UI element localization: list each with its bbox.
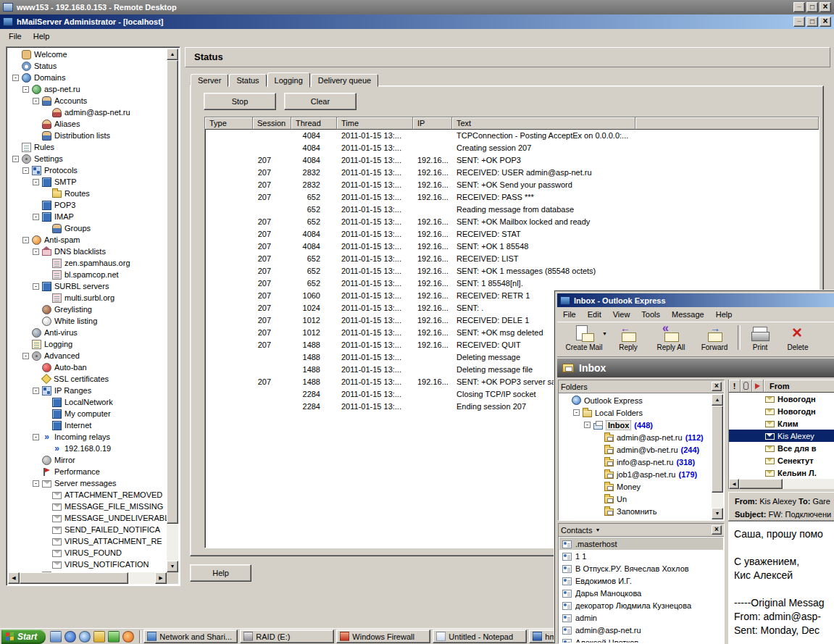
tree-item-virus-attachment-re[interactable]: VIRUS_ATTACHMENT_RE	[8, 535, 167, 547]
folder-item-inbox[interactable]: -Inbox(448)	[559, 419, 712, 431]
tree-item-pop3[interactable]: POP3	[8, 199, 167, 211]
windows-explorer-icon[interactable]	[93, 631, 105, 643]
tree-item-welcome[interactable]: Welcome	[8, 49, 167, 60]
log-row[interactable]: 40842011-01-15 13:...Creating session 20…	[205, 142, 819, 154]
oe-menu-message[interactable]: Message	[666, 309, 710, 320]
tree-item-multi-surbl-org[interactable]: multi.surbl.org	[8, 292, 167, 304]
taskbar-task-raid-e[interactable]: RAID (E:)	[240, 630, 334, 643]
scroll-down-icon[interactable]: ▼	[712, 508, 723, 519]
folder-item-local-folders[interactable]: -Local Folders	[559, 406, 712, 419]
tab-status[interactable]: Status	[229, 74, 266, 87]
tree-item-message-undeliverabl[interactable]: MESSAGE_UNDELIVERABL	[8, 512, 167, 524]
collapse-icon[interactable]: -	[12, 75, 19, 81]
collapse-icon[interactable]: -	[573, 409, 580, 416]
msn-icon[interactable]	[108, 631, 120, 643]
tree-item-auto-ban[interactable]: Auto-ban	[8, 361, 167, 373]
toolbar-reply-button[interactable]: Reply	[608, 324, 649, 351]
folder-item-money[interactable]: Money	[559, 480, 712, 493]
tree-item-performance[interactable]: Performance	[8, 466, 167, 477]
scroll-right-icon[interactable]: ▶	[155, 572, 167, 584]
message-row-item-4[interactable]: Все для в	[729, 442, 834, 454]
folder-item-outlook-express[interactable]: Outlook Express	[559, 394, 712, 406]
log-row[interactable]: 2076522011-01-15 13:...192.16...SENT: 1 …	[205, 277, 819, 290]
collapse-icon[interactable]: -	[33, 214, 39, 220]
collapse-icon[interactable]: -	[12, 156, 19, 162]
taskbar-task-windows-firewall[interactable]: Windows Firewall	[336, 630, 430, 643]
tree-item-zen-spamhaus-org[interactable]: zen.spamhaus.org	[8, 257, 167, 269]
message-row-item-2[interactable]: Клим	[729, 417, 834, 430]
tree-item-white-listing[interactable]: White listing	[8, 315, 167, 327]
tree-item-message-file-missing[interactable]: MESSAGE_FILE_MISSING	[8, 501, 167, 512]
message-row-item-6[interactable]: Кельин Л.	[729, 467, 834, 479]
tree-item-admin-asp-net-ru[interactable]: admin@asp-net.ru	[8, 106, 167, 118]
hm-menu-file[interactable]: File	[3, 30, 28, 42]
tree-item-status[interactable]: Status	[8, 60, 167, 72]
tree-item-domains[interactable]: -Domains	[8, 72, 167, 83]
tree-item-imap[interactable]: -IMAP	[8, 211, 167, 222]
tree-horizontal-scrollbar[interactable]: ◀ ▶	[8, 572, 167, 584]
collapse-icon[interactable]: -	[33, 434, 39, 440]
toolbar-delete-button[interactable]: Delete	[779, 324, 817, 351]
tree-item-server-messages[interactable]: -Server messages	[8, 477, 167, 489]
folders-close-icon[interactable]: ×	[712, 382, 722, 391]
firefox-icon[interactable]	[122, 631, 134, 643]
tree-item-greylisting[interactable]: Greylisting	[8, 304, 167, 315]
contact-item-item-4[interactable]: Дарья Маноцкова	[559, 587, 723, 599]
tree-item-virus-found[interactable]: VIRUS_FOUND	[8, 547, 167, 559]
taskbar-task-network-and-shari[interactable]: Network and Shari...	[143, 630, 238, 643]
collapse-icon[interactable]: -	[22, 353, 29, 359]
log-column-type[interactable]: Type	[205, 117, 253, 130]
oe-menu-help[interactable]: Help	[710, 309, 738, 320]
hm-close-button[interactable]	[820, 17, 831, 27]
tree-item-localnetwork[interactable]: LocalNetwork	[8, 396, 167, 408]
contacts-pane-header[interactable]: Contacts ▼ ×	[559, 524, 724, 537]
tree-item-settings[interactable]: -Settings	[8, 153, 167, 164]
tab-server[interactable]: Server	[191, 74, 228, 87]
tree-hscroll-thumb[interactable]	[20, 572, 128, 584]
log-row[interactable]: 2076522011-01-15 13:...192.16...RECEIVED…	[205, 253, 819, 265]
folder-item-job1-asp-net-ru[interactable]: job1@asp-net.ru(179)	[559, 468, 712, 480]
tree-item-192-168-0-19[interactable]: 192.168.0.19	[8, 443, 167, 454]
collapse-icon[interactable]: -	[33, 480, 39, 487]
tree-vscroll-thumb[interactable]	[167, 60, 178, 524]
message-row-kis-alexey[interactable]: Kis Alexey	[729, 430, 834, 442]
collapse-icon[interactable]: -	[22, 237, 29, 243]
oe-menu-edit[interactable]: Edit	[582, 309, 607, 320]
folder-item-un[interactable]: Un	[559, 493, 712, 505]
collapse-icon[interactable]: -	[33, 388, 39, 394]
contact-item-item-8[interactable]: Алексей Цветков	[559, 636, 723, 643]
log-row[interactable]: 2076522011-01-15 13:...192.16...SENT: +O…	[205, 216, 819, 228]
scroll-up-icon[interactable]: ▲	[167, 49, 178, 60]
message-row-item-5[interactable]: Сенектут	[729, 454, 834, 467]
folder-item-admin-vb-net-ru[interactable]: admin@vb-net.ru(244)	[559, 443, 712, 456]
collapse-icon[interactable]: -	[33, 98, 39, 104]
tree-item-incoming-relays[interactable]: -Incoming relays	[8, 431, 167, 443]
tab-logging[interactable]: Logging	[267, 72, 310, 88]
tree-item-distribution-lists[interactable]: Distribution lists	[8, 130, 167, 141]
taskbar-task-untitled-notepad[interactable]: Untitled - Notepad	[433, 630, 527, 643]
oe-menu-file[interactable]: File	[557, 309, 582, 320]
paperclip-column[interactable]	[741, 380, 752, 393]
stop-button[interactable]: Stop	[204, 93, 276, 110]
toolbar-create-mail-button[interactable]: ▼Create Mail	[560, 324, 608, 351]
clear-button[interactable]: Clear	[284, 93, 356, 110]
scroll-left-icon[interactable]: ◀	[8, 572, 20, 584]
log-row[interactable]: 6522011-01-15 13:...Reading message from…	[205, 204, 819, 216]
flag-column[interactable]	[752, 380, 764, 393]
message-row-item-0[interactable]: Новогодн	[729, 393, 834, 405]
scroll-down-icon[interactable]: ▼	[167, 561, 178, 572]
tree-item-protocols[interactable]: -Protocols	[8, 164, 167, 176]
toolbar-reply-all-button[interactable]: Reply All	[649, 324, 693, 351]
hm-restore-button[interactable]	[806, 17, 818, 27]
tree-item-my-computer[interactable]: My computer	[8, 408, 167, 419]
collapse-icon[interactable]: -	[33, 248, 39, 255]
message-list-hscrollbar[interactable]: ◀	[729, 479, 834, 489]
rdp-minimize-button[interactable]	[793, 2, 805, 12]
tree-item-internet[interactable]: Internet	[8, 419, 167, 431]
toolbar-print-button[interactable]: Print	[741, 324, 779, 351]
tree-item-routes[interactable]: Routes	[8, 188, 167, 199]
tree-item-smtp[interactable]: -SMTP	[8, 176, 167, 188]
toolbar-forward-button[interactable]: Forward	[693, 324, 735, 351]
collapse-icon[interactable]: -	[33, 179, 39, 185]
collapse-icon[interactable]: -	[22, 167, 29, 174]
